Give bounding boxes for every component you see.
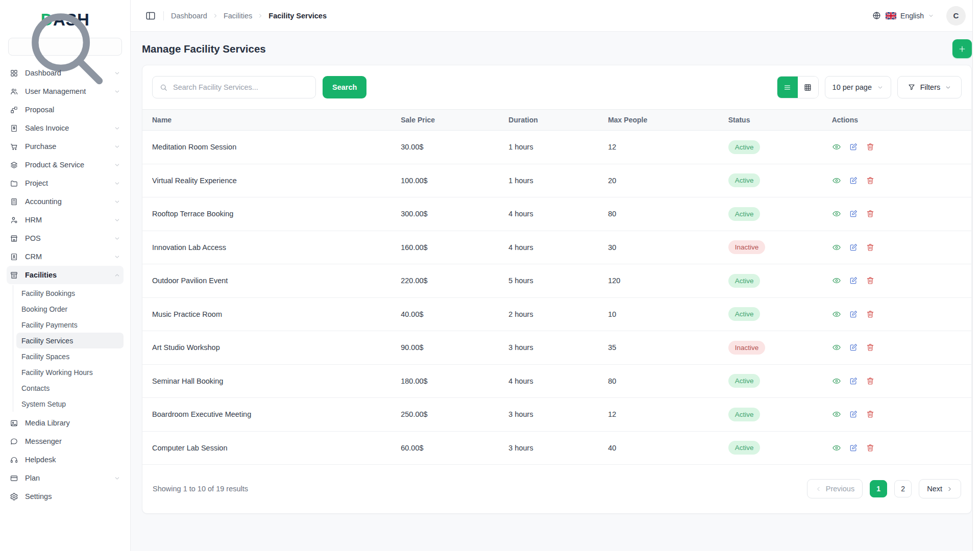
- list-view-button[interactable]: [777, 77, 798, 98]
- view-button[interactable]: [832, 410, 841, 419]
- sidebar-toggle-button[interactable]: [145, 10, 156, 21]
- view-button[interactable]: [832, 276, 841, 285]
- breadcrumb-item-facility-services[interactable]: Facility Services: [268, 12, 327, 20]
- sidebar-item-proposal[interactable]: Proposal: [7, 101, 124, 119]
- edit-button[interactable]: [849, 377, 858, 386]
- sidebar-item-facilities[interactable]: Facilities: [7, 266, 124, 284]
- breadcrumb-item-facilities[interactable]: Facilities: [224, 12, 252, 20]
- page-head: Manage Facility Services: [131, 32, 980, 65]
- gear-icon: [10, 492, 18, 501]
- search-button[interactable]: Search: [323, 76, 366, 98]
- view-button[interactable]: [832, 142, 841, 152]
- language-selector[interactable]: English: [872, 11, 934, 20]
- sidebar-item-accounting[interactable]: Accounting: [7, 192, 124, 211]
- avatar[interactable]: C: [946, 6, 966, 26]
- row-actions: [832, 276, 971, 285]
- row-actions: [832, 443, 971, 453]
- cell-sale-price: 60.00$: [391, 431, 499, 465]
- edit-button[interactable]: [849, 443, 858, 453]
- delete-button[interactable]: [866, 142, 875, 152]
- sidebar-item-purchase[interactable]: Purchase: [7, 137, 124, 156]
- add-service-button[interactable]: [952, 39, 972, 58]
- table-search-input[interactable]: [173, 83, 309, 91]
- sidebar-item-dashboard[interactable]: Dashboard: [7, 64, 124, 82]
- view-button[interactable]: [832, 209, 841, 218]
- sidebar-item-label: Project: [25, 179, 107, 187]
- delete-button[interactable]: [866, 310, 875, 319]
- sidebar-item-user-management[interactable]: User Management: [7, 82, 124, 101]
- sidebar-item-sales-invoice[interactable]: Sales Invoice: [7, 119, 124, 137]
- trash-icon: [866, 209, 875, 218]
- delete-button[interactable]: [866, 176, 875, 185]
- row-actions: [832, 310, 971, 319]
- delete-button[interactable]: [866, 377, 875, 386]
- delete-button[interactable]: [866, 209, 875, 218]
- delete-button[interactable]: [866, 410, 875, 419]
- sidebar-item-hrm[interactable]: HRM: [7, 211, 124, 229]
- edit-pencil-icon: [849, 343, 858, 352]
- grid-view-icon: [803, 83, 812, 92]
- sidebar-subitem-facility-working-hours[interactable]: Facility Working Hours: [16, 364, 124, 380]
- previous-page-button[interactable]: Previous: [807, 479, 863, 498]
- sidebar-item-label: Helpdesk: [25, 456, 120, 464]
- chevron-down-icon: [114, 235, 120, 242]
- status-badge: Active: [728, 140, 761, 154]
- edit-button[interactable]: [849, 209, 858, 218]
- sidebar-item-crm[interactable]: CRM: [7, 247, 124, 266]
- edit-button[interactable]: [849, 176, 858, 185]
- sidebar-item-pos[interactable]: POS: [7, 229, 124, 247]
- sidebar-subitem-facility-spaces[interactable]: Facility Spaces: [16, 348, 124, 364]
- cell-max-people: 20: [598, 164, 718, 197]
- sidebar-item-helpdesk[interactable]: Helpdesk: [7, 450, 124, 469]
- row-actions: [832, 142, 971, 152]
- sidebar-item-messenger[interactable]: Messenger: [7, 432, 124, 450]
- sidebar-subitem-booking-order[interactable]: Booking Order: [16, 301, 124, 317]
- sidebar-item-label: HRM: [25, 216, 107, 224]
- edit-pencil-icon: [849, 310, 858, 319]
- next-page-button[interactable]: Next: [919, 479, 961, 498]
- delete-button[interactable]: [866, 276, 875, 285]
- edit-button[interactable]: [849, 142, 858, 152]
- view-button[interactable]: [832, 443, 841, 453]
- grid-view-button[interactable]: [798, 77, 818, 98]
- page-button-1[interactable]: 1: [870, 480, 887, 497]
- trash-icon: [866, 176, 875, 185]
- sidebar-item-plan[interactable]: Plan: [7, 469, 124, 487]
- breadcrumb-item-dashboard[interactable]: Dashboard: [171, 12, 207, 20]
- edit-button[interactable]: [849, 243, 858, 252]
- sidebar-subitem-contacts[interactable]: Contacts: [16, 380, 124, 396]
- cell-duration: 5 hours: [499, 264, 598, 298]
- filters-button[interactable]: Filters: [897, 76, 962, 98]
- per-page-select[interactable]: 10 per page: [825, 76, 891, 98]
- sidebar-subitem-facility-services[interactable]: Facility Services: [16, 333, 124, 348]
- sidebar-subitem-facility-payments[interactable]: Facility Payments: [16, 317, 124, 333]
- sidebar-search[interactable]: [8, 38, 122, 56]
- edit-button[interactable]: [849, 276, 858, 285]
- sidebar-item-product-service[interactable]: Product & Service: [7, 156, 124, 174]
- page-scrollbar[interactable]: [972, 0, 980, 551]
- sidebar-item-project[interactable]: Project: [7, 174, 124, 192]
- column-header-status: Status: [719, 110, 822, 131]
- table-toolbar: Search 10 per page Filters: [142, 65, 971, 109]
- edit-button[interactable]: [849, 310, 858, 319]
- view-button[interactable]: [832, 310, 841, 319]
- page-button-2[interactable]: 2: [894, 480, 912, 497]
- cell-sale-price: 250.00$: [391, 398, 499, 432]
- table-search[interactable]: [152, 76, 316, 98]
- cell-max-people: 120: [598, 264, 718, 298]
- view-button[interactable]: [832, 176, 841, 185]
- sidebar-subitem-system-setup[interactable]: System Setup: [16, 396, 124, 412]
- delete-button[interactable]: [866, 443, 875, 453]
- delete-button[interactable]: [866, 243, 875, 252]
- cell-name: Boardroom Executive Meeting: [142, 398, 391, 432]
- sidebar-subitem-facility-bookings[interactable]: Facility Bookings: [16, 285, 124, 301]
- delete-button[interactable]: [866, 343, 875, 352]
- sidebar-item-settings[interactable]: Settings: [7, 487, 124, 506]
- view-button[interactable]: [832, 377, 841, 386]
- view-button[interactable]: [832, 243, 841, 252]
- edit-button[interactable]: [849, 343, 858, 352]
- view-button[interactable]: [832, 343, 841, 352]
- edit-button[interactable]: [849, 410, 858, 419]
- status-badge: Inactive: [728, 240, 766, 254]
- sidebar-item-media-library[interactable]: Media Library: [7, 414, 124, 432]
